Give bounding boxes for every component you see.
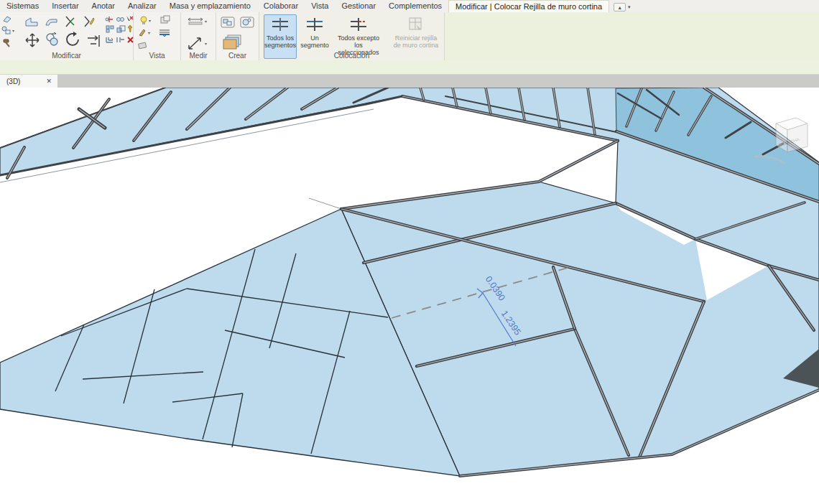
panel-crear: Crear	[216, 12, 259, 60]
drawing-area[interactable]: 0.03901.2395DERECHA	[0, 88, 819, 504]
linework-brush-icon[interactable]: ▾	[138, 28, 150, 37]
button-label: Todos excepto	[338, 34, 379, 42]
button-label: Un	[310, 34, 319, 42]
viewport-canvas[interactable]: 0.03901.2395DERECHA	[0, 88, 819, 504]
tab-vista[interactable]: Vista	[305, 0, 335, 12]
ribbon: ▾	[0, 12, 819, 60]
pin-icon[interactable]	[126, 24, 134, 33]
button-label: Reiniciar rejilla	[395, 34, 438, 42]
ribbon-collapse-button[interactable]: ▲	[614, 3, 626, 11]
options-bar	[0, 60, 819, 75]
view-tab-label: (3D)	[0, 78, 46, 85]
mirror-icon[interactable]	[105, 15, 114, 23]
copy-icon[interactable]	[45, 32, 60, 47]
cut-geometry-icon[interactable]	[63, 15, 78, 28]
reset-grid-icon	[407, 17, 425, 32]
offset-icon[interactable]	[116, 15, 125, 23]
ribbon-tab-bar: Sistemas Insertar Anotar Analizar Masa y…	[0, 0, 819, 12]
lightbulb-icon[interactable]: ▾	[139, 16, 151, 25]
button-label: segmentos	[264, 42, 296, 49]
thin-lines-icon[interactable]	[158, 28, 171, 37]
assembly-icon[interactable]	[239, 16, 255, 29]
panel-label-colocacion: Colocación	[259, 52, 444, 60]
tab-complementos[interactable]: Complementos	[382, 0, 448, 12]
panel-label-medir: Medir	[181, 52, 216, 60]
hide-elements-icon[interactable]	[159, 15, 171, 25]
panel-colocacion: Todos los segmentos Un segmento Todos ex…	[259, 12, 445, 60]
ribbon-empty-area	[445, 12, 819, 60]
scale-icon[interactable]	[116, 25, 126, 33]
tab-colaborar[interactable]: Colaborar	[257, 0, 305, 12]
views-folder-icon[interactable]	[222, 34, 244, 51]
panel-label-modificar: Modificar	[0, 52, 133, 60]
array-icon[interactable]	[106, 25, 115, 33]
view-tab-bar: (3D) ✕	[0, 75, 819, 88]
panel-modificar: ▾	[0, 12, 134, 60]
steering-wheel-icon[interactable]	[138, 41, 149, 49]
tab-gestionar[interactable]: Gestionar	[335, 0, 382, 12]
select-icon[interactable]	[2, 15, 12, 24]
panel-label-vista: Vista	[134, 52, 180, 60]
align-icon[interactable]	[86, 32, 102, 48]
curtain-grid-line[interactable]	[309, 198, 341, 209]
group-icon[interactable]	[220, 16, 236, 29]
one-segment-icon	[305, 17, 324, 32]
wall-corner-icon[interactable]	[24, 17, 39, 28]
tab-sistemas[interactable]: Sistemas	[0, 0, 45, 12]
move-icon[interactable]	[24, 32, 40, 48]
paint-cut-icon[interactable]	[82, 15, 96, 28]
join-hammer-icon[interactable]	[2, 38, 11, 47]
tab-modificar-contextual[interactable]: Modificar | Colocar Rejilla de muro cort…	[448, 0, 609, 12]
ribbon-collapse-caret-icon[interactable]: ▾	[628, 4, 631, 10]
tab-anotar[interactable]: Anotar	[85, 0, 121, 12]
measure-angle-icon[interactable]: ▾	[187, 35, 207, 51]
view-tab-close-icon[interactable]: ✕	[46, 78, 57, 85]
panel-medir: ▾ ▾ Medir	[181, 12, 216, 60]
measure-length-icon[interactable]: ▾	[187, 17, 207, 25]
trim-icon[interactable]	[105, 36, 114, 44]
tab-masa-y-emplazamiento[interactable]: Masa y emplazamiento	[163, 0, 257, 12]
view-tab-3d[interactable]: (3D) ✕	[0, 75, 57, 88]
revit-window: { "ribbon": { "tabs": [ {"label":"Sistem…	[0, 0, 819, 504]
panel-label-crear: Crear	[216, 52, 259, 60]
panel-vista: ▾ ▾ Vista	[134, 12, 181, 60]
button-label: de muro cortina	[394, 42, 439, 49]
ribbon-collapse-control: ▲ ▾	[614, 1, 631, 12]
delete-cursor-icon[interactable]	[125, 14, 134, 23]
tab-analizar[interactable]: Analizar	[121, 0, 163, 12]
all-segments-icon	[271, 17, 290, 32]
rotate-icon[interactable]	[65, 31, 82, 48]
split-icon[interactable]	[116, 36, 125, 44]
tab-insertar[interactable]: Insertar	[45, 0, 85, 12]
button-label: segmento	[300, 42, 329, 49]
all-except-icon	[349, 17, 368, 32]
components-icon[interactable]: ▾	[1, 26, 14, 34]
cope-icon[interactable]	[45, 17, 59, 28]
button-label: Todos los	[267, 34, 294, 42]
